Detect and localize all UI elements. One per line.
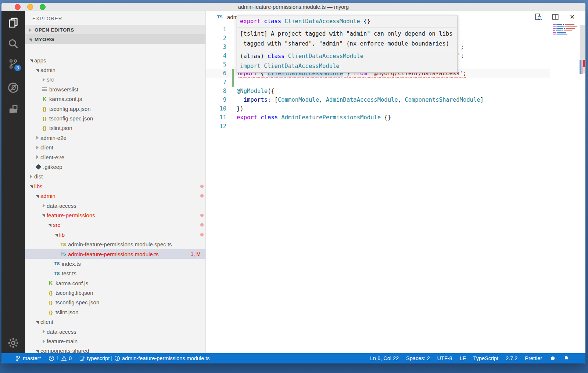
code-line-12[interactable]: 12: [206, 122, 550, 131]
line-number: 5: [206, 60, 228, 69]
twisty-icon: [35, 195, 40, 198]
explorer-sidebar: EXPLORER OPEN EDITORS MYORG appsadminsrc…: [25, 11, 206, 353]
line-number: 6: [206, 69, 228, 78]
tree-item-label: lib: [59, 232, 65, 238]
line-number: 3: [206, 43, 228, 51]
twisty-icon: [35, 69, 40, 72]
tree-item-apps[interactable]: apps: [25, 55, 205, 65]
line-number: 1: [206, 25, 228, 34]
activity-debug-icon[interactable]: [7, 82, 19, 94]
tree-item-dist[interactable]: dist: [25, 172, 205, 181]
code-line-7[interactable]: 7: [206, 78, 550, 87]
tree-item-tslint.json[interactable]: {}tslint.json: [25, 307, 205, 317]
tree-item-label: admin: [40, 67, 55, 73]
workspace-section[interactable]: MYORG: [25, 35, 205, 44]
minimap-line: [553, 24, 579, 25]
twisty-icon: [28, 175, 34, 178]
status-git-branch[interactable]: master*: [15, 355, 41, 361]
tree-item-label: tsconfig.lib.json: [55, 290, 93, 296]
tree-item-admin-e2e[interactable]: admin-e2e: [25, 133, 205, 142]
tree-item-admin-feature-permissions.module.ts[interactable]: TSadmin-feature-permissions.module.ts1, …: [25, 249, 205, 259]
tree-item-components-shared[interactable]: components-shared: [25, 346, 205, 353]
open-preview-icon[interactable]: [535, 13, 542, 21]
tree-item-admin-feature-permissions.module.spec.ts[interactable]: TSadmin-feature-permissions.module.spec.…: [25, 239, 205, 249]
tree-item-lib[interactable]: lib: [25, 230, 205, 239]
tree-item-tsconfig.lib.json[interactable]: {}tsconfig.lib.json: [25, 288, 205, 297]
twisty-icon: [41, 214, 47, 217]
tree-item-karma.conf.js[interactable]: Kkarma.conf.js: [25, 278, 205, 288]
tree-item-feature-main[interactable]: feature-main: [25, 336, 205, 346]
overview-ruler[interactable]: [579, 11, 585, 353]
tree-item-label: apps: [34, 57, 46, 64]
line-number: 7: [206, 78, 228, 87]
open-editors-section[interactable]: OPEN EDITORS: [25, 25, 205, 35]
tree-item-libs[interactable]: libs: [25, 181, 205, 191]
tree-item-index.ts[interactable]: TSindex.ts: [25, 259, 205, 268]
tree-item-label: karma.conf.js: [55, 280, 88, 286]
twisty-icon: [41, 340, 47, 343]
status-formatter[interactable]: Prettier: [525, 355, 542, 361]
tree-item-feature-permissions[interactable]: feature-permissions: [25, 210, 205, 220]
split-editor-icon[interactable]: [552, 13, 559, 21]
tree-item-tsconfig.app.json[interactable]: {}tsconfig.app.json: [25, 104, 205, 113]
close-icon[interactable]: ✕: [569, 13, 576, 21]
workspace-label: MYORG: [35, 37, 54, 42]
twisty-icon: [35, 155, 40, 159]
tree-item-.gitkeep[interactable]: .gitkeep: [25, 162, 205, 171]
tree-item-label: src: [47, 76, 54, 83]
title-bar: admin-feature-permissions.module.ts — my…: [1, 3, 585, 11]
code-line-10[interactable]: 10}): [206, 104, 550, 113]
sidebar-title: EXPLORER: [25, 11, 205, 25]
ts-icon: TS: [53, 271, 61, 276]
json-icon: {}: [41, 116, 48, 121]
activity-search-icon[interactable]: [7, 37, 19, 50]
tooltip-signature: export class ClientDataAccessModule {}: [237, 15, 457, 28]
tree-item-label: feature-main: [47, 338, 78, 344]
status-feedback[interactable]: ☻: [549, 355, 556, 362]
minimap-line: [553, 35, 579, 36]
line-number: 8: [206, 87, 228, 95]
hover-tooltip: export class ClientDataAccessModule {}[t…: [237, 15, 458, 73]
tree-item-data-access[interactable]: data-access: [25, 327, 205, 336]
activity-settings-icon[interactable]: [7, 337, 19, 349]
status-notifications[interactable]: [563, 355, 569, 361]
code-line-8[interactable]: 8@NgModule({: [206, 87, 550, 95]
status-language-mode[interactable]: TypeScript: [473, 355, 499, 361]
tree-item-client[interactable]: client: [25, 317, 205, 327]
tree-item-tsconfig.spec.json[interactable]: {}tsconfig.spec.json: [25, 113, 205, 123]
tree-item-label: tsconfig.spec.json: [55, 299, 99, 305]
status-eol[interactable]: LF: [460, 355, 466, 361]
tree-item-src[interactable]: src: [25, 220, 205, 230]
tree-item-tsconfig.spec.json[interactable]: {}tsconfig.spec.json: [25, 298, 205, 307]
tree-item-admin[interactable]: admin: [25, 65, 205, 75]
tree-item-label: data-access: [47, 329, 76, 335]
status-indentation[interactable]: Spaces: 2: [406, 355, 430, 361]
error-icon: [49, 355, 54, 361]
status-encoding[interactable]: UTF-8: [437, 355, 452, 361]
code-line-9[interactable]: 9 imports: [CommonModule, AdminDataAcces…: [206, 95, 550, 104]
tree-item-karma.conf.js[interactable]: Kkarma.conf.js: [25, 94, 205, 104]
status-problems[interactable]: 10: [49, 355, 72, 361]
tree-item-client-e2e[interactable]: client-e2e: [25, 152, 205, 162]
json-icon: {}: [41, 106, 48, 112]
tree-item-browserslist[interactable]: browserslist: [25, 84, 205, 94]
tree-item-src[interactable]: src: [25, 75, 205, 84]
minimap[interactable]: [553, 24, 579, 36]
tree-item-data-access[interactable]: data-access: [25, 201, 205, 210]
activity-explorer-icon[interactable]: [7, 16, 19, 28]
tree-item-label: src: [53, 222, 60, 228]
code-line-11[interactable]: 11export class AdminFeaturePermissionsMo…: [206, 113, 550, 122]
tree-item-label: admin-feature-permissions.module.spec.ts: [68, 241, 172, 247]
tree-item-tslint.json[interactable]: {}tslint.json: [25, 123, 205, 133]
activity-source-control-icon[interactable]: 3: [7, 58, 19, 70]
activity-extensions-icon[interactable]: [7, 103, 19, 116]
tree-item-test.ts[interactable]: TStest.ts: [25, 269, 205, 278]
source-control-badge: 3: [14, 65, 21, 71]
tree-item-admin[interactable]: admin: [25, 191, 205, 200]
status-cursor-position[interactable]: Ln 6, Col 22: [370, 355, 399, 361]
status-ts-version[interactable]: 2.7.2: [506, 355, 517, 361]
status-linter-status[interactable]: typescript |admin-feature-permissions.mo…: [79, 355, 209, 361]
tree-item-label: libs: [34, 183, 43, 189]
karma-icon: K: [41, 96, 48, 102]
tree-item-client[interactable]: client: [25, 143, 205, 152]
